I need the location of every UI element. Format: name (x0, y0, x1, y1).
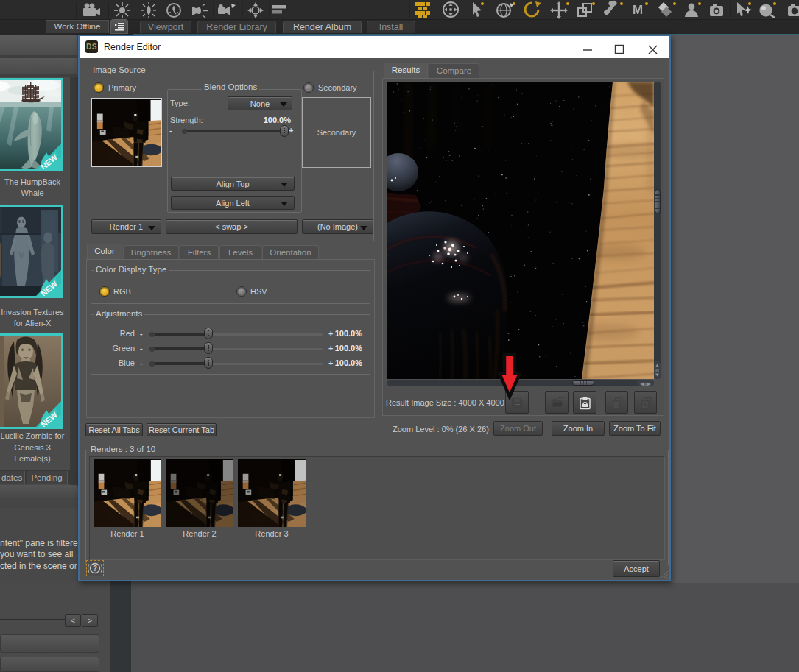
svg-text:?: ? (93, 565, 97, 573)
svg-text:M: M (633, 3, 643, 17)
